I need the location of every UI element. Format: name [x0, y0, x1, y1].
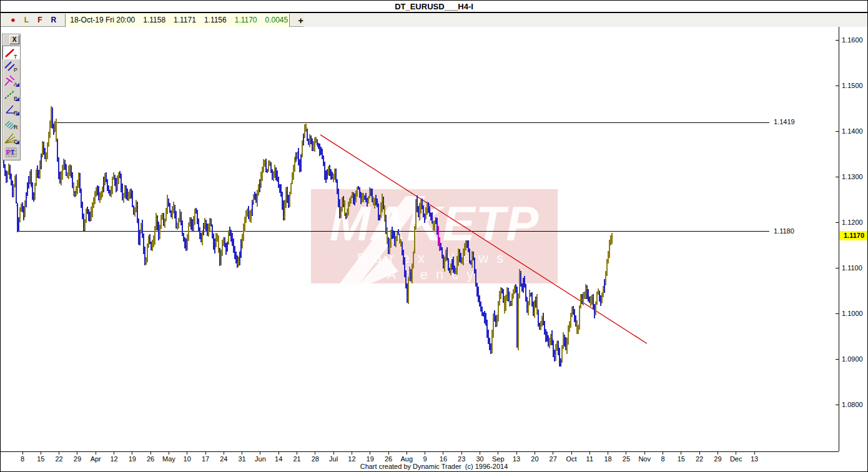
level-label-upper: 1.1419	[772, 118, 796, 125]
svg-text:T: T	[14, 54, 17, 59]
price-axis-label: 1.1300	[842, 173, 863, 180]
footer-credit: Chart created by Dynamic Trader (c) 1996…	[1, 463, 867, 470]
time-axis-label: May	[162, 455, 175, 463]
time-axis-label: 8	[661, 455, 664, 463]
palette-close-button[interactable]: X	[9, 35, 19, 44]
price-axis-label: 1.1000	[842, 310, 863, 317]
time-axis-label: 21	[293, 455, 300, 463]
time-axis-label: 9	[423, 455, 427, 463]
time-axis-label: Oct	[566, 455, 576, 463]
time-axis-label: 22	[55, 455, 62, 463]
time-axis-label: Aug	[401, 455, 413, 463]
last-price-tag: 1.1170	[839, 231, 868, 240]
time-axis-label: Nov	[638, 455, 651, 463]
time-axis-label: 15	[678, 455, 685, 463]
time-axis-label: 30	[476, 455, 483, 463]
time-axis-label: 29	[74, 455, 81, 463]
svg-text:P: P	[14, 67, 17, 72]
tool-parallel-lines-button[interactable]: P	[2, 60, 20, 74]
price-axis-label: 1.1400	[842, 127, 863, 135]
time-axis-label: 14	[275, 455, 282, 463]
price-axis-label: 1.1200	[842, 219, 863, 226]
time-axis-label: 13	[513, 455, 520, 463]
b-tool-icon: B	[3, 89, 19, 101]
time-axis-label: 13	[751, 455, 758, 463]
tool-retracement-button[interactable]: R	[2, 103, 20, 117]
time-axis-label: 10	[184, 455, 191, 463]
price-axis-label: 1.1100	[842, 264, 862, 272]
time-axis-label: 15	[37, 455, 44, 463]
time-axis-label: 22	[696, 455, 703, 463]
time-axis-label: 12	[348, 455, 355, 463]
time-axis-label: 19	[129, 455, 136, 463]
andrews-pitchfork-icon: A	[3, 74, 19, 87]
time-axis-label: 27	[550, 455, 557, 463]
price-axis-label: 1.0900	[842, 355, 863, 363]
tool-andrews-pitchfork-button[interactable]: A	[2, 74, 20, 88]
drawing-tools-palette: X TPABRRGPT	[2, 34, 21, 160]
time-axis-label: 11	[586, 455, 593, 463]
price-time-grid-icon: PT	[3, 146, 19, 159]
palette-header: X	[2, 34, 20, 46]
time-axis-label: Apr	[91, 455, 101, 463]
time-axis-label: 25	[623, 455, 630, 463]
tool-ratio-lines-button[interactable]: R	[2, 117, 20, 131]
time-axis-label: 29	[714, 455, 721, 463]
tool-price-time-grid-button[interactable]: PT	[2, 146, 20, 160]
gann-fan-icon: G	[3, 132, 19, 144]
time-axis-label: Jul	[329, 455, 338, 463]
time-axis-label: 19	[367, 455, 374, 463]
price-axis-label: 1.0800	[842, 401, 863, 408]
svg-text:R: R	[14, 124, 18, 130]
time-axis-label: 28	[312, 455, 319, 463]
tool-gann-fan-button[interactable]: G	[2, 132, 20, 145]
app-window: DT_EURUSD___H4-I ● L F R 18-Oct-19 Fri 2…	[0, 0, 868, 472]
time-axis-label: 26	[147, 455, 154, 463]
level-label-lower: 1.1180	[772, 227, 796, 235]
time-axis-label: 24	[220, 455, 227, 463]
trendline-icon: T	[3, 47, 19, 59]
time-axis-label: 23	[458, 455, 465, 463]
time-axis-label: 20	[531, 455, 538, 463]
ratio-lines-icon: R	[3, 117, 19, 130]
time-axis[interactable]: 8152229Apr121926May10172431Jun142128Jul1…	[1, 451, 839, 463]
svg-text:P: P	[6, 149, 11, 156]
time-axis-label: 31	[238, 455, 245, 463]
time-axis-label: 18	[604, 455, 611, 463]
time-axis-label: Sep	[492, 455, 505, 463]
price-axis-label: 1.1500	[842, 82, 863, 89]
price-axis-label: 1.1600	[842, 36, 863, 44]
time-axis-label: 16	[440, 455, 447, 463]
chart-canvas[interactable]: 1.16001.15001.14001.13001.12001.11001.10…	[1, 1, 868, 472]
parallel-lines-icon: P	[3, 60, 19, 72]
svg-text:T: T	[11, 149, 14, 156]
ohlc-bars	[2, 106, 613, 366]
time-axis-label: Dec	[730, 455, 742, 463]
tool-trendline-button[interactable]: T	[2, 46, 20, 59]
time-axis-label: Jun	[255, 455, 266, 463]
time-axis-label: 12	[110, 455, 117, 463]
retracement-icon: R	[3, 103, 19, 116]
time-axis-label: 8	[21, 455, 24, 463]
time-axis-label: 26	[385, 455, 392, 463]
tool-b-tool-button[interactable]: B	[2, 89, 20, 102]
time-axis-label: 17	[202, 455, 209, 463]
